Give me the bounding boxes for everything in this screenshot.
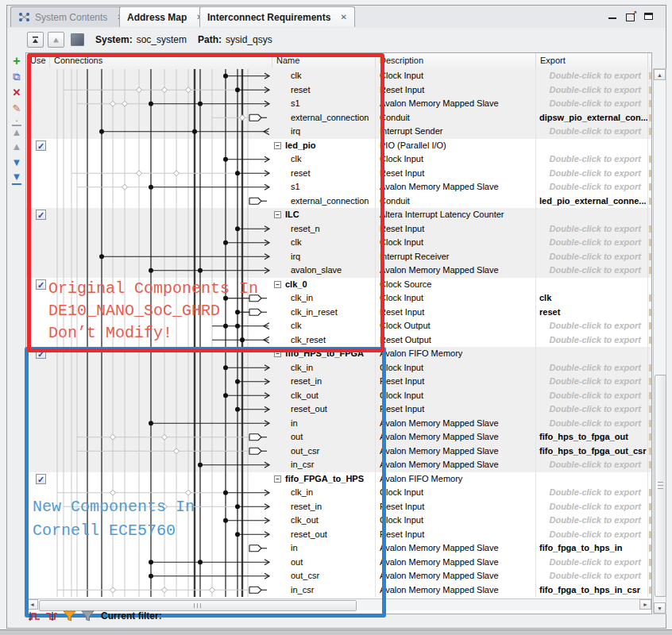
interface-row[interactable]: inAvalon Memory Mapped SlaveDouble-click… [26, 417, 651, 431]
collapse-all-button[interactable] [27, 32, 44, 48]
float-button[interactable]: ↗ [626, 12, 636, 21]
export-cell[interactable]: Double-click to export [535, 556, 647, 570]
interface-row[interactable]: clkClock InputDouble-click to export [26, 152, 651, 167]
move-up-toolbar-button[interactable] [48, 32, 64, 48]
interface-row[interactable]: clkClock OutputDouble-click to export [26, 319, 651, 333]
clock-crossing-filter-icon[interactable] [28, 611, 41, 622]
export-cell[interactable]: Double-click to export [535, 375, 647, 389]
interface-row[interactable]: irqInterrupt ReceiverDouble-click to exp… [26, 250, 651, 264]
remove-button[interactable]: ✕ [13, 85, 21, 101]
col-description[interactable]: Description [375, 53, 535, 68]
vertical-scroll-thumb[interactable] [655, 375, 666, 597]
clear-filter-icon[interactable] [81, 610, 95, 622]
export-cell[interactable]: Double-click to export [535, 569, 647, 583]
export-cell[interactable]: Double-click to export [535, 333, 647, 348]
interface-row[interactable]: reset_outReset InputDouble-click to expo… [26, 402, 651, 417]
export-cell[interactable]: Double-click to export [535, 500, 647, 514]
component-row[interactable]: ✓−ILCAltera Interrupt Latency Counter [26, 208, 651, 222]
export-cell[interactable]: Double-click to export [535, 83, 647, 98]
export-cell[interactable]: fifo_hps_to_fpga_out_csr [535, 444, 647, 459]
interface-row[interactable]: reset_outReset InputDouble-click to expo… [26, 528, 651, 542]
interface-row[interactable]: out_csrAvalon Memory Mapped SlaveDouble-… [26, 569, 651, 583]
interface-row[interactable]: inAvalon Memory Mapped Slavefifo_fpga_to… [26, 541, 651, 556]
export-cell[interactable]: fifo_fpga_to_hps_in_csr [535, 583, 647, 598]
export-cell[interactable]: reset [535, 306, 647, 320]
collapse-icon[interactable]: − [274, 211, 281, 218]
export-cell[interactable]: Double-click to export [535, 319, 647, 333]
export-cell[interactable]: fifo_fpga_to_hps_in [535, 541, 647, 556]
collapse-icon[interactable]: − [274, 142, 281, 149]
export-cell[interactable] [535, 139, 647, 153]
use-checkbox[interactable]: ✓ [36, 348, 46, 359]
export-cell[interactable]: Double-click to export [535, 180, 647, 194]
export-cell[interactable]: Double-click to export [535, 389, 647, 403]
export-cell[interactable]: dipsw_pio_external_con... [535, 111, 647, 125]
close-icon[interactable]: ✕ [340, 13, 346, 21]
export-cell[interactable]: Double-click to export [535, 250, 647, 264]
interface-row[interactable]: resetReset InputDouble-click to export [26, 83, 651, 98]
export-cell[interactable]: fifo_hps_to_fpga_out [535, 430, 647, 444]
interface-row[interactable]: clkClock InputDouble-click to export [26, 69, 651, 83]
export-cell[interactable]: Double-click to export [535, 167, 647, 181]
move-top-button[interactable]: ▲ [12, 125, 22, 139]
component-row[interactable]: ✓−fifo_FPGA_to_HPSAvalon FIFO Memory [26, 472, 651, 487]
export-cell[interactable]: Double-click to export [535, 264, 647, 278]
edit-button[interactable]: ✎ [13, 101, 21, 117]
interface-row[interactable]: reset_inReset InputDouble-click to expor… [26, 500, 651, 514]
col-use[interactable]: Use [26, 53, 49, 68]
interface-row[interactable]: in_csrAvalon Memory Mapped SlaveDouble-c… [26, 458, 651, 472]
scroll-up-button[interactable]: ▲ [654, 69, 666, 80]
export-cell[interactable]: Double-click to export [535, 458, 647, 472]
export-cell[interactable]: Double-click to export [535, 486, 647, 500]
export-cell[interactable]: Double-click to export [535, 236, 647, 250]
vertical-scrollbar[interactable]: ▲ ▼ [653, 68, 666, 614]
component-row[interactable]: ✓−fifo_HPS_to_FPGAAvalon FIFO Memory [26, 347, 651, 361]
interface-row[interactable]: clk_resetReset OutputDouble-click to exp… [26, 333, 651, 348]
export-cell[interactable]: clk [535, 291, 647, 306]
interface-row[interactable]: s1Avalon Memory Mapped SlaveDouble-click… [26, 180, 651, 194]
interface-row[interactable]: resetReset InputDouble-click to export [26, 167, 651, 181]
interface-row[interactable]: clk_inClock InputDouble-click to export [26, 361, 651, 375]
export-cell[interactable]: led_pio_external_conne... [535, 194, 647, 209]
tab-system-contents[interactable]: System Contents ✕ [10, 6, 132, 27]
col-name[interactable]: Name [272, 53, 375, 68]
interface-row[interactable]: irqInterrupt SenderDouble-click to expor… [26, 125, 651, 139]
export-cell[interactable]: Double-click to export [535, 222, 647, 237]
interface-row[interactable]: clk_outClock InputDouble-click to export [26, 514, 651, 528]
export-cell[interactable]: Double-click to export [535, 402, 647, 417]
col-connections[interactable]: Connections [49, 53, 272, 68]
interface-row[interactable]: in_csrAvalon Memory Mapped Slavefifo_fpg… [26, 583, 651, 598]
export-cell[interactable] [535, 208, 647, 222]
move-down-button[interactable]: ▼ [12, 155, 22, 171]
export-cell[interactable]: Double-click to export [535, 69, 647, 83]
interface-row[interactable]: out_csrAvalon Memory Mapped Slavefifo_hp… [26, 444, 651, 459]
export-cell[interactable]: Double-click to export [535, 97, 647, 111]
interface-row[interactable]: reset_nReset InputDouble-click to export [26, 222, 651, 237]
interface-row[interactable]: clk_inClock Inputclk [26, 291, 651, 306]
interface-row[interactable]: clkClock InputDouble-click to export [26, 236, 651, 250]
interface-row[interactable]: s1Avalon Memory Mapped SlaveDouble-click… [26, 97, 651, 111]
export-cell[interactable]: Double-click to export [535, 528, 647, 542]
export-cell[interactable]: Double-click to export [535, 417, 647, 431]
export-cell[interactable]: Double-click to export [535, 152, 647, 167]
export-cell[interactable]: Double-click to export [535, 125, 647, 139]
interface-row[interactable]: reset_inReset InputDouble-click to expor… [26, 375, 651, 389]
interface-row[interactable]: external_connectionConduitdipsw_pio_exte… [26, 111, 651, 125]
collapse-icon[interactable]: − [274, 350, 281, 357]
maximize-button[interactable] [644, 12, 655, 21]
add-component-button[interactable]: + [13, 53, 20, 69]
export-cell[interactable]: Double-click to export [535, 361, 647, 375]
filter-funnel-icon[interactable] [63, 610, 76, 622]
export-cell[interactable]: Double-click to export [535, 514, 647, 528]
tab-address-map[interactable]: Address Map ✕ [119, 6, 211, 27]
component-row[interactable]: ✓−clk_0Clock Source [26, 278, 651, 292]
interface-row[interactable]: clk_outClock InputDouble-click to export [26, 389, 651, 403]
col-export[interactable]: Export [535, 53, 647, 68]
move-bottom-button[interactable]: ▼ [12, 171, 22, 185]
use-checkbox[interactable]: ✓ [36, 474, 46, 484]
interface-row[interactable]: outAvalon Memory Mapped Slavefifo_hps_to… [26, 430, 651, 444]
interface-row[interactable]: external_connectionConduitled_pio_extern… [26, 194, 651, 209]
use-checkbox[interactable]: ✓ [36, 210, 46, 220]
collapse-icon[interactable]: − [274, 475, 281, 483]
duplicate-button[interactable]: ⧉ [13, 69, 20, 85]
